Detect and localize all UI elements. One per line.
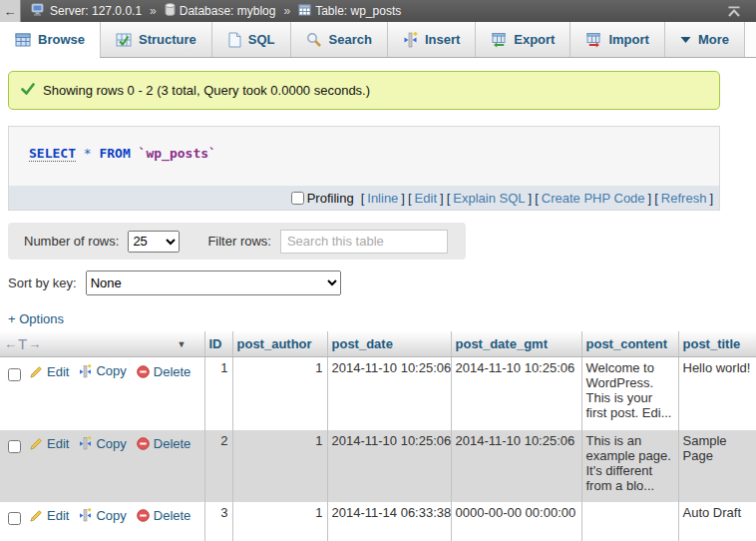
edit-row-link[interactable]: Edit (30, 364, 69, 379)
column-header-post-title[interactable]: post_title (678, 331, 756, 357)
edit-row-link[interactable]: Edit (30, 508, 69, 523)
copy-row-link[interactable]: Copy (79, 436, 126, 451)
row-actions: EditCopyDelete (0, 502, 204, 541)
refresh-link[interactable]: Refresh (661, 191, 707, 206)
delete-label: Delete (154, 508, 191, 523)
insert-icon (403, 32, 418, 48)
tab-search[interactable]: Search (291, 22, 388, 57)
tab-export[interactable]: Export (476, 22, 570, 57)
sort-by-key-row: Sort by key: None (8, 270, 756, 295)
row-actions: EditCopyDelete (0, 430, 204, 502)
tab-sql[interactable]: SQL (212, 22, 291, 57)
browse-table-icon (15, 32, 31, 48)
copy-icon (79, 364, 92, 378)
rows-filter-bar: Number of rows: 25 Filter rows: (8, 223, 466, 260)
collapse-panel-icon[interactable] (726, 6, 742, 17)
query-tools-bar: Profiling [ Inline ] [ Edit ] [ Explain … (9, 186, 719, 210)
tab-label: SQL (248, 32, 275, 47)
column-nav-control[interactable]: ←T→ (4, 335, 41, 352)
breadcrumb-bar: ← Server: 127.0.0.1 » Database: myblog »… (0, 0, 756, 22)
breadcrumb-server-label: Server: 127.0.0.1 (50, 4, 142, 18)
search-icon (306, 32, 322, 48)
column-header-id[interactable]: ID (204, 331, 232, 357)
column-header-post-content[interactable]: post_content (581, 331, 678, 357)
column-header-post-date[interactable]: post_date (327, 331, 451, 357)
filter-rows-label: Filter rows: (207, 234, 271, 249)
breadcrumb-table[interactable]: Table: wp_posts (298, 4, 401, 19)
copy-label: Copy (96, 436, 126, 451)
cell-post-date: 2014-11-10 10:25:06 (327, 357, 451, 430)
cell-post-date: 2014-11-10 10:25:06 (327, 430, 451, 502)
filter-rows-input[interactable] (280, 230, 448, 254)
number-of-rows-label: Number of rows: (24, 234, 119, 249)
bracket: [ (447, 191, 451, 206)
sql-query-text: SELECT * FROM `wp_posts` (9, 127, 719, 186)
create-php-code-link[interactable]: Create PHP Code (542, 191, 645, 206)
check-icon (21, 83, 35, 98)
row-checkbox[interactable] (8, 512, 21, 525)
tab-browse[interactable]: Browse (0, 22, 101, 57)
table-icon (298, 4, 311, 19)
tab-label: Search (329, 32, 372, 47)
options-toggle-link[interactable]: + Options (8, 311, 64, 326)
edit-query-link[interactable]: Edit (415, 191, 437, 206)
row-checkbox[interactable] (8, 368, 21, 381)
tab-bar: Browse Structure SQL Search Insert Expor… (0, 22, 756, 58)
bracket: ] (401, 191, 405, 206)
tab-label: Insert (425, 32, 460, 47)
cell-post-content: This is an example page. It's different … (581, 430, 678, 502)
breadcrumb-separator: » (283, 4, 290, 18)
edit-label: Edit (47, 436, 69, 451)
breadcrumb-server[interactable]: Server: 127.0.0.1 (31, 3, 142, 20)
inline-link[interactable]: Inline (367, 191, 398, 206)
cell-id: 2 (204, 430, 232, 502)
explain-sql-link[interactable]: Explain SQL (453, 191, 525, 206)
edit-label: Edit (47, 364, 69, 379)
sql-table-identifier: `wp_posts` (139, 146, 216, 161)
tab-more[interactable]: More (665, 22, 745, 57)
nav-left-arrow-icon: ← (4, 336, 17, 351)
server-icon (31, 3, 46, 20)
delete-label: Delete (154, 364, 191, 379)
table-row: EditCopyDelete 1 1 2014-11-10 10:25:06 2… (0, 357, 756, 430)
edit-label: Edit (47, 508, 69, 523)
column-header-post-date-gmt[interactable]: post_date_gmt (451, 331, 581, 357)
row-actions: EditCopyDelete (0, 357, 204, 430)
cell-id: 1 (204, 357, 232, 430)
bracket: ] (648, 191, 652, 206)
profiling-checkbox[interactable] (291, 192, 304, 205)
status-message: Showing rows 0 - 2 (3 total, Query took … (8, 71, 720, 110)
cell-post-date-gmt: 2014-11-10 10:25:06 (451, 357, 581, 430)
copy-label: Copy (96, 508, 126, 523)
column-header-post-author[interactable]: post_author (232, 331, 327, 357)
tab-insert[interactable]: Insert (388, 22, 476, 57)
row-checkbox[interactable] (8, 440, 21, 453)
pencil-icon (30, 365, 43, 378)
delete-row-link[interactable]: Delete (137, 436, 191, 451)
table-row: EditCopyDelete 2 1 2014-11-10 10:25:06 2… (0, 430, 756, 502)
rows-count-select[interactable]: 25 (128, 231, 180, 253)
cell-post-title: Sample Page (678, 430, 756, 502)
back-button[interactable]: ← (0, 0, 21, 22)
status-message-text: Showing rows 0 - 2 (3 total, Query took … (43, 83, 370, 98)
delete-row-link[interactable]: Delete (137, 508, 191, 523)
sql-page-icon (227, 32, 241, 48)
bracket: [ (408, 191, 412, 206)
delete-row-link[interactable]: Delete (137, 364, 191, 379)
chevron-down-icon (680, 36, 691, 44)
delete-label: Delete (154, 436, 191, 451)
copy-row-link[interactable]: Copy (79, 363, 126, 378)
sort-descending-icon[interactable]: ▼ (178, 339, 187, 349)
breadcrumb-database[interactable]: Database: myblog (165, 3, 276, 19)
edit-row-link[interactable]: Edit (30, 436, 69, 451)
profiling-label: Profiling (307, 191, 354, 206)
tab-structure[interactable]: Structure (101, 22, 212, 57)
results-table: ←T→ ▼ ID post_author post_date post_date… (0, 331, 756, 541)
tab-import[interactable]: Import (570, 22, 664, 57)
cell-post-content: Welcome to WordPress. This is your first… (581, 357, 678, 430)
copy-row-link[interactable]: Copy (79, 508, 126, 523)
sort-by-key-select[interactable]: None (86, 270, 341, 295)
cell-post-author: 1 (232, 357, 327, 430)
tab-label: More (698, 32, 729, 47)
nav-right-arrow-icon: → (28, 336, 41, 351)
